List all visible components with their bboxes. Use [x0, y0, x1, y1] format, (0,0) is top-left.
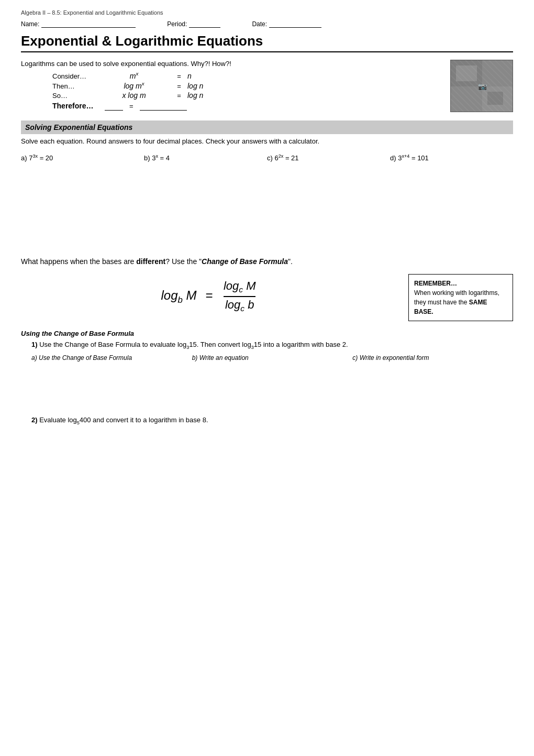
intro-row-consider: Consider… mx = n [52, 71, 440, 80]
formula-fraction: logc M logc b [224, 279, 256, 313]
sub-problem-c-label: c) Write in exponential form [352, 354, 429, 361]
date-label: Date: [252, 20, 267, 28]
so-label: So… [52, 92, 94, 100]
intro-left: Logarithms can be used to solve exponent… [21, 60, 440, 111]
so-math: x log m [97, 91, 171, 100]
therefore-label: Therefore… [52, 102, 94, 110]
thumbnail-overlay [451, 60, 513, 112]
title-divider [21, 51, 513, 52]
problem2: 2) Evaluate log5400 and convert it to a … [31, 416, 513, 425]
then-math: log mx [97, 81, 171, 91]
consider-label: Consider… [52, 72, 94, 80]
name-label: Name: [21, 20, 39, 28]
remember-title: REMEMBER… [414, 280, 457, 287]
intro-row-so: So… x log m = log n [52, 91, 440, 100]
so-rhs: log n [187, 91, 250, 100]
intro-row-then: Then… log mx = log n [52, 81, 440, 91]
header-line: Name: Period: Date: [21, 20, 513, 28]
problem-c-label: c) 62x = 21 [267, 154, 299, 162]
formula-name-bold: Change of Base Formula [202, 257, 288, 266]
consider-eq: = [174, 72, 184, 80]
name-field: Name: [21, 20, 136, 28]
sub-problems-row: a) Use the Change of Base Formula b) Wri… [31, 354, 513, 361]
solving-work-space [21, 169, 513, 253]
problem-a-label: a) 73x = 20 [21, 154, 53, 162]
date-input-line [269, 20, 321, 28]
problem1-work-area [21, 366, 513, 408]
change-base-intro: What happens when the bases are differen… [21, 257, 513, 266]
therefore-blank-right [140, 102, 187, 111]
period-field: Period: [167, 20, 220, 28]
page-title: Exponential & Logarithmic Equations [21, 33, 513, 49]
formula-lhs: logb M [161, 288, 197, 302]
sub-problem-c: c) Write in exponential form [352, 354, 513, 361]
thumbnail-image: 📷 [450, 60, 513, 112]
sub-problem-b: b) Write an equation [192, 354, 353, 361]
formula-section: logb M = logc M logc b REMEMBER… When wo… [21, 274, 513, 321]
intro-row-therefore: Therefore… = [52, 102, 440, 111]
problem-d-label: d) 3x+4 = 101 [390, 154, 429, 162]
intro-text: Logarithms can be used to solve exponent… [21, 60, 440, 68]
problem-d: d) 3x+4 = 101 [390, 151, 513, 164]
course-label: Algebra II – 8.5: Exponential and Logari… [21, 9, 513, 16]
problem-b-label: b) 3x = 4 [144, 154, 170, 162]
then-label: Then… [52, 82, 94, 90]
consider-rhs: n [187, 72, 250, 80]
formula-center: logb M = logc M logc b [21, 274, 398, 319]
formula-denominator: logc b [225, 297, 254, 313]
therefore-blank-left [105, 102, 123, 111]
period-input-line [189, 20, 220, 28]
formula-numerator: logc M [224, 279, 256, 297]
problem-b: b) 3x = 4 [144, 151, 267, 164]
change-of-base-formula: logb M = logc M logc b [161, 274, 258, 319]
different-bold: different [136, 257, 165, 266]
so-eq: = [174, 92, 184, 100]
sub-problem-a: a) Use the Change of Base Formula [31, 354, 192, 361]
sub-problem-a-label: a) Use the Change of Base Formula [31, 354, 132, 361]
problem2-number: 2) [31, 416, 38, 424]
intro-table: Consider… mx = n Then… log mx = log n So… [52, 71, 440, 111]
solving-instruction: Solve each equation. Round answers to fo… [21, 137, 513, 145]
therefore-eq: = [129, 102, 134, 110]
problem1-text: 1) Use the Change of Base Formula to eva… [31, 341, 513, 350]
using-title: Using the Change of Base Formula [21, 330, 513, 337]
period-label: Period: [167, 20, 187, 28]
sub-problem-b-label: b) Write an equation [192, 354, 249, 361]
solving-section-header: Solving Exponential Equations [21, 120, 513, 134]
then-rhs: log n [187, 82, 250, 90]
remember-box: REMEMBER… When working with logarithms, … [408, 274, 513, 321]
problems-row: a) 73x = 20 b) 3x = 4 c) 62x = 21 d) 3x+… [21, 151, 513, 164]
then-eq: = [174, 82, 184, 90]
problem-a: a) 73x = 20 [21, 151, 144, 164]
thumbnail-inner: 📷 [451, 60, 513, 112]
problem-c: c) 62x = 21 [267, 151, 390, 164]
date-field: Date: [252, 20, 321, 28]
problem1-number: 1) [31, 341, 38, 348]
formula-equals: = [205, 288, 213, 302]
intro-section: Logarithms can be used to solve exponent… [21, 60, 513, 112]
name-input-line [41, 20, 136, 28]
consider-math: mx [97, 71, 171, 80]
